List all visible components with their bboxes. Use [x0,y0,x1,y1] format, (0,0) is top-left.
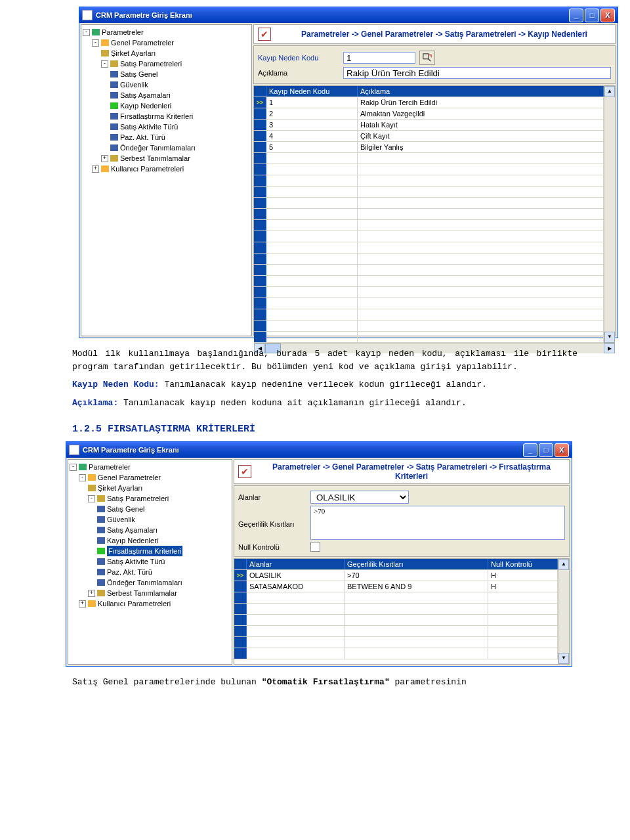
tree-item-label[interactable]: Kayıp Nedenleri [107,535,158,546]
tree-view[interactable]: -Parametreler -Genel Parametreler Şirket… [81,24,252,336]
row-selector-icon[interactable] [254,242,266,253]
expander-icon[interactable]: - [79,474,86,481]
tree-item-label[interactable]: Şirket Ayarları [98,483,142,493]
row-selector-icon[interactable] [234,581,247,592]
scroll-down-icon[interactable]: ▼ [558,653,569,664]
maximize-button[interactable]: □ [539,443,553,457]
row-selector-icon[interactable] [254,276,266,286]
expander-icon[interactable]: + [79,600,86,608]
row-selector-icon[interactable] [254,120,266,130]
row-selector-icon[interactable] [234,604,247,614]
tree-item-label[interactable]: Parametreler [102,27,144,37]
scroll-up-icon[interactable]: ▲ [558,559,569,570]
close-button[interactable]: X [555,443,569,457]
table-row[interactable] [254,198,604,209]
tree-item-label[interactable]: Genel Parametreler [98,472,161,483]
vertical-scrollbar[interactable]: ▲ ▼ [604,86,615,343]
row-selector-icon[interactable] [234,592,247,603]
table-row[interactable]: 5Bilgiler Yanlış [254,142,604,153]
row-selector-icon[interactable] [254,209,266,219]
tree-item-label[interactable]: Satış Genel [107,504,144,514]
row-selector-icon[interactable] [254,198,266,208]
scroll-down-icon[interactable]: ▼ [604,332,615,343]
row-selector-icon[interactable] [254,332,266,342]
vertical-scrollbar[interactable]: ▲ ▼ [558,559,569,664]
row-selector-icon[interactable] [254,309,266,320]
row-selector-icon[interactable] [254,321,266,331]
maximize-button[interactable]: □ [585,9,599,22]
table-row[interactable]: >>1Rakip Ürün Tercih Edildi [254,97,604,108]
row-selector-icon[interactable] [254,164,266,175]
table-row[interactable] [254,231,604,242]
data-grid[interactable]: Kayıp Neden KoduAçıklama>>1Rakip Ürün Te… [253,85,616,336]
minimize-button[interactable]: _ [569,9,583,22]
tree-item-label[interactable]: Satış Aktivite Türü [120,122,178,132]
tree-item-label[interactable]: Güvenlik [120,79,148,90]
expander-icon[interactable]: + [101,155,108,162]
row-selector-icon[interactable]: >> [254,97,266,108]
table-row[interactable] [254,164,604,175]
table-row[interactable]: >>OLASILIK>70H [234,570,558,581]
table-row[interactable] [234,604,558,615]
table-row[interactable] [254,153,604,164]
tree-item-label[interactable]: Paz. Akt. Türü [120,132,165,143]
row-selector-icon[interactable] [254,187,266,197]
expander-icon[interactable]: - [92,39,99,47]
tree-item-label[interactable]: Serbest Tanımlamalar [107,588,177,598]
tree-item-label[interactable]: Satış Parametreleri [107,493,169,504]
expander-icon[interactable]: - [101,60,108,68]
close-button[interactable]: X [600,9,615,22]
aciklama-input[interactable] [343,67,611,79]
expander-icon[interactable]: + [92,166,99,173]
row-selector-icon[interactable] [254,220,266,231]
table-row[interactable] [234,648,558,659]
tree-item-label[interactable]: Kullanıcı Parametreleri [98,598,171,609]
tree-item-label[interactable]: Fırsatlaştırma Kriterleri [107,546,182,556]
row-selector-icon[interactable] [254,265,266,275]
tree-view[interactable]: -Parametreler -Genel Parametreler Şirket… [68,459,232,665]
tree-item-label[interactable]: Parametreler [89,462,131,472]
row-selector-icon[interactable] [254,175,266,186]
alanlar-select[interactable]: OLASILIK [310,491,409,504]
tree-item-label[interactable]: Şirket Ayarları [111,48,156,58]
titlebar[interactable]: CRM Parametre Giriş Ekranı _ □ X [79,7,618,23]
row-selector-icon[interactable] [234,615,247,625]
table-row[interactable] [254,220,604,231]
table-row[interactable] [254,254,604,265]
table-row[interactable] [234,615,558,626]
expander-icon[interactable]: - [83,29,90,36]
table-row[interactable] [254,265,604,276]
tree-item-label[interactable]: Satış Genel [120,69,158,79]
titlebar[interactable]: CRM Parametre Giriş Ekranı _ □ X [66,442,572,458]
null-checkbox[interactable] [310,542,320,552]
tree-item-label[interactable]: Genel Parametreler [111,37,174,48]
tree-item-label[interactable]: Öndeğer Tanımlamaları [107,577,182,588]
row-selector-icon[interactable] [254,108,266,119]
table-row[interactable]: 2Almaktan Vazgeçildi [254,108,604,120]
row-selector-icon[interactable] [254,298,266,309]
data-grid[interactable]: AlanlarGeçerlilik KısıtlarıNull Kontrolü… [234,558,570,665]
tree-item-label[interactable]: Fırsatlaştırma Kriterleri [120,111,193,122]
tree-item-label[interactable]: Satış Aktivite Türü [107,556,165,567]
tree-item-label[interactable]: Kayıp Nedenleri [120,100,171,111]
table-row[interactable] [254,175,604,187]
tree-item-label[interactable]: Satış Aşamaları [120,90,171,100]
row-selector-icon[interactable] [254,153,266,164]
lookup-button[interactable] [419,51,435,65]
tree-item-label[interactable]: Satış Aşamaları [107,525,158,535]
table-row[interactable] [254,321,604,332]
table-row[interactable] [254,309,604,321]
expander-icon[interactable]: - [70,464,77,471]
row-selector-icon[interactable] [234,648,247,659]
tree-item-label[interactable]: Paz. Akt. Türü [107,567,152,577]
tree-item-label[interactable]: Kullanıcı Parametreleri [111,164,184,174]
table-row[interactable] [254,242,604,254]
row-selector-icon[interactable] [254,231,266,242]
expander-icon[interactable]: + [88,590,95,597]
row-selector-icon[interactable] [254,287,266,298]
table-row[interactable] [254,276,604,287]
minimize-button[interactable]: _ [523,443,537,457]
expander-icon[interactable]: - [88,495,95,502]
table-row[interactable] [254,209,604,220]
scroll-right-icon[interactable]: ▶ [604,343,615,353]
